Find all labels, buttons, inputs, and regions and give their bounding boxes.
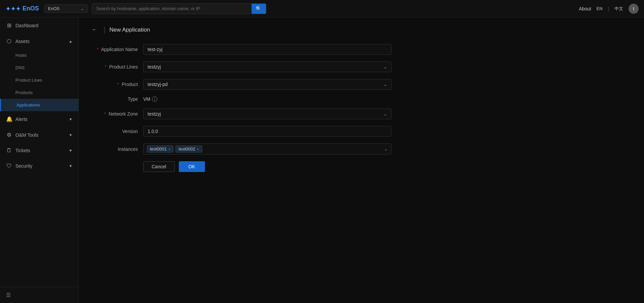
sidebar-alerts-label: Alerts	[15, 117, 28, 122]
logo-text: EnOS	[22, 5, 39, 12]
ok-button[interactable]: OK	[179, 161, 205, 172]
app-name-row: * Application Name	[90, 44, 391, 55]
search-button[interactable]: 🔍	[252, 4, 266, 14]
alerts-chevron-icon: ▼	[69, 117, 72, 121]
sidebar-item-products[interactable]: Products	[0, 86, 78, 99]
version-row: Version	[90, 126, 391, 137]
sidebar-item-security[interactable]: 🛡 Security ▼	[0, 158, 78, 174]
sidebar-om-label: O&M Tools	[15, 132, 38, 138]
instance-tag-close-0[interactable]: ×	[168, 147, 170, 151]
sidebar-item-om-tools[interactable]: ⚙ O&M Tools ▼	[0, 127, 78, 143]
page-header: ← | New Application	[90, 26, 633, 34]
back-icon: ←	[92, 26, 98, 33]
about-link[interactable]: About	[579, 6, 591, 11]
search-input[interactable]	[92, 4, 252, 13]
main-layout: ⊞ Dashboard ⬡ Assets ▲ Hosts DNS Product…	[0, 17, 644, 303]
instances-chevron-icon: ⌄	[384, 146, 388, 152]
product-select[interactable]: testzyj-pd	[143, 79, 391, 90]
sidebar: ⊞ Dashboard ⬡ Assets ▲ Hosts DNS Product…	[0, 17, 79, 303]
back-button[interactable]: ←	[90, 26, 100, 34]
network-zone-select-wrapper[interactable]: testzyj	[143, 109, 391, 119]
product-lines-row: * Product Lines testzyj	[90, 61, 391, 72]
search-bar: 🔍	[92, 3, 266, 14]
topbar: ✦✦✦ EnOS EnOS ⌄ 🔍 About EN | 中文 t	[0, 0, 644, 17]
topbar-right: About EN | 中文 t	[579, 4, 639, 14]
product-label: * Product	[90, 82, 143, 87]
security-icon: 🛡	[6, 163, 12, 169]
tickets-icon: 🗒	[6, 147, 12, 154]
version-input[interactable]	[143, 126, 391, 137]
form-actions: Cancel OK	[143, 161, 391, 172]
sidebar-security-label: Security	[15, 163, 33, 169]
instance-tag-0: test0001 ×	[147, 145, 173, 153]
instance-tag-1: test0002 ×	[175, 145, 202, 153]
instances-row: Instances test0001 × test0002 × ⌄	[90, 143, 391, 155]
user-avatar[interactable]: t	[629, 4, 639, 14]
sidebar-menu: ⊞ Dashboard ⬡ Assets ▲ Hosts DNS Product…	[0, 17, 78, 287]
page-title: New Application	[109, 27, 150, 33]
sidebar-tickets-label: Tickets	[15, 148, 30, 153]
header-divider: |	[104, 26, 105, 34]
type-value: VM	[143, 96, 150, 102]
network-zone-select[interactable]: testzyj	[143, 109, 391, 119]
assets-icon: ⬡	[6, 38, 12, 44]
instances-label: Instances	[90, 146, 143, 152]
logo-icon: ✦✦✦	[5, 5, 20, 13]
assets-chevron-icon: ▲	[69, 39, 72, 43]
instance-tag-label-1: test0002	[178, 146, 195, 152]
product-row: * Product testzyj-pd	[90, 79, 391, 90]
instance-tag-label-0: test0001	[150, 146, 167, 152]
sidebar-item-applications[interactable]: Applications	[0, 99, 78, 111]
sidebar-item-product-lines[interactable]: Product Lines	[0, 74, 78, 86]
product-lines-select[interactable]: testzyj	[143, 61, 391, 72]
security-chevron-icon: ▼	[69, 164, 72, 168]
sidebar-item-alerts[interactable]: 🔔 Alerts ▼	[0, 111, 78, 127]
type-row: Type VM i	[90, 96, 391, 102]
om-chevron-icon: ▼	[69, 133, 72, 137]
version-label: Version	[90, 129, 143, 134]
env-selector[interactable]: EnOS ⌄	[44, 4, 88, 13]
type-value-container: VM i	[143, 96, 157, 102]
logo-area: ✦✦✦ EnOS	[5, 5, 39, 13]
network-zone-row: * Network Zone testzyj	[90, 109, 391, 119]
lang-en[interactable]: EN	[596, 6, 602, 11]
lang-zh[interactable]: 中文	[614, 6, 623, 12]
new-application-form: * Application Name * Product Lines testz…	[90, 44, 391, 172]
network-zone-label: * Network Zone	[90, 111, 143, 117]
app-name-label: * Application Name	[90, 47, 143, 52]
sidebar-item-assets[interactable]: ⬡ Assets ▲	[0, 33, 78, 49]
dashboard-icon: ⊞	[6, 22, 12, 29]
content-area: ← | New Application * Application Name *…	[79, 17, 644, 303]
env-chevron-icon: ⌄	[80, 6, 84, 11]
cancel-button[interactable]: Cancel	[143, 161, 175, 172]
alerts-icon: 🔔	[6, 116, 12, 122]
env-label: EnOS	[48, 6, 60, 11]
om-tools-icon: ⚙	[6, 132, 12, 138]
sidebar-item-hosts[interactable]: Hosts	[0, 49, 78, 61]
type-label: Type	[90, 96, 143, 102]
sidebar-item-dns[interactable]: DNS	[0, 61, 78, 74]
sidebar-item-tickets[interactable]: 🗒 Tickets ▼	[0, 143, 78, 158]
sidebar-item-dashboard[interactable]: ⊞ Dashboard	[0, 17, 78, 33]
app-name-input[interactable]	[143, 44, 391, 55]
collapse-icon: ☰	[6, 292, 11, 298]
sidebar-dashboard-label: Dashboard	[15, 23, 39, 28]
instance-tag-close-1[interactable]: ×	[197, 147, 199, 151]
product-lines-label: * Product Lines	[90, 64, 143, 70]
product-lines-select-wrapper[interactable]: testzyj	[143, 61, 391, 72]
sidebar-collapse-button[interactable]: ☰	[0, 287, 78, 303]
product-select-wrapper[interactable]: testzyj-pd	[143, 79, 391, 90]
sidebar-assets-label: Assets	[15, 39, 30, 44]
type-info-icon[interactable]: i	[152, 96, 157, 102]
tickets-chevron-icon: ▼	[69, 148, 72, 153]
instances-select[interactable]: test0001 × test0002 × ⌄	[143, 143, 391, 155]
